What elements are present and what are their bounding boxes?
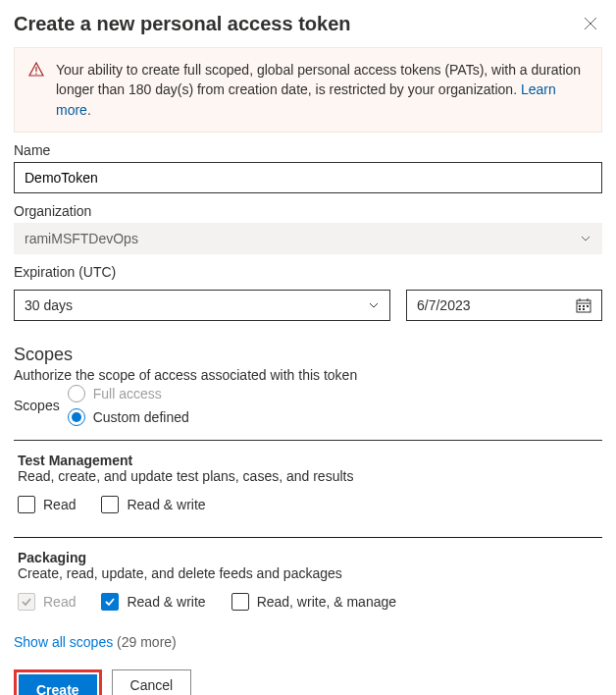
scope-radio-full-label: Full access bbox=[93, 386, 162, 401]
restriction-warning: Your ability to create full scoped, glob… bbox=[14, 47, 602, 133]
expiration-label: Expiration (UTC) bbox=[14, 264, 602, 280]
perm-label: Read & write bbox=[127, 497, 205, 512]
perm-packaging-manage[interactable]: Read, write, & manage bbox=[231, 593, 396, 611]
scope-group-test-management: Test Management Read, create, and update… bbox=[14, 441, 602, 517]
scopes-subtitle: Authorize the scope of access associated… bbox=[14, 367, 602, 383]
chevron-down-icon bbox=[580, 233, 591, 244]
expiration-duration-select[interactable]: 30 days bbox=[14, 290, 390, 321]
show-all-scopes: Show all scopes (29 more) bbox=[14, 634, 602, 650]
warning-icon bbox=[28, 62, 44, 120]
organization-value: ramiMSFTDevOps bbox=[25, 231, 138, 246]
perm-label: Read bbox=[43, 497, 76, 512]
organization-select[interactable]: ramiMSFTDevOps bbox=[14, 223, 602, 254]
scopes-heading: Scopes bbox=[14, 345, 602, 365]
close-icon bbox=[584, 17, 597, 30]
perm-test-readwrite[interactable]: Read & write bbox=[101, 496, 205, 513]
name-label: Name bbox=[14, 142, 602, 158]
scope-group-title: Packaging bbox=[18, 550, 598, 565]
perm-packaging-read: Read bbox=[18, 593, 76, 611]
expiration-duration-value: 30 days bbox=[25, 297, 73, 313]
organization-label: Organization bbox=[14, 203, 602, 219]
show-all-scopes-count: (29 more) bbox=[117, 634, 177, 650]
perm-packaging-readwrite[interactable]: Read & write bbox=[101, 593, 205, 611]
scopes-list[interactable]: Test Management Read, create, and update… bbox=[14, 440, 602, 615]
svg-rect-9 bbox=[579, 308, 581, 310]
name-input[interactable] bbox=[14, 162, 602, 193]
warning-message: Your ability to create full scoped, glob… bbox=[56, 62, 581, 97]
perm-label: Read & write bbox=[127, 594, 205, 610]
expiration-date-input[interactable]: 6/7/2023 bbox=[406, 290, 602, 321]
perm-test-read[interactable]: Read bbox=[18, 496, 76, 513]
scope-radio-custom-label: Custom defined bbox=[93, 409, 189, 425]
chevron-down-icon bbox=[368, 299, 380, 311]
create-button-highlight: Create bbox=[14, 669, 102, 695]
panel-header: Create a new personal access token bbox=[14, 12, 602, 35]
scopes-label: Scopes bbox=[14, 398, 60, 413]
perm-label: Read bbox=[43, 594, 76, 610]
scope-radio-full-access: Full access bbox=[68, 385, 189, 402]
cancel-button[interactable]: Cancel bbox=[112, 669, 192, 695]
svg-rect-6 bbox=[579, 305, 581, 307]
scope-group-title: Test Management bbox=[18, 453, 598, 468]
close-button[interactable] bbox=[579, 12, 602, 35]
create-button[interactable]: Create bbox=[19, 674, 97, 695]
scope-group-packaging: Packaging Create, read, update, and dele… bbox=[14, 537, 602, 615]
svg-rect-10 bbox=[583, 308, 585, 310]
create-pat-panel: Create a new personal access token Your … bbox=[0, 0, 616, 695]
scope-group-desc: Read, create, and update test plans, cas… bbox=[18, 468, 598, 484]
show-all-scopes-link[interactable]: Show all scopes bbox=[14, 634, 113, 650]
panel-title: Create a new personal access token bbox=[14, 13, 351, 35]
scope-radio-custom[interactable]: Custom defined bbox=[68, 408, 189, 426]
svg-rect-8 bbox=[587, 305, 589, 307]
action-buttons: Create Cancel bbox=[14, 669, 602, 695]
svg-point-1 bbox=[35, 73, 37, 75]
expiration-date-value: 6/7/2023 bbox=[417, 297, 471, 313]
calendar-icon bbox=[576, 297, 591, 313]
svg-rect-7 bbox=[583, 305, 585, 307]
perm-label: Read, write, & manage bbox=[257, 594, 396, 610]
scope-group-desc: Create, read, update, and delete feeds a… bbox=[18, 565, 598, 581]
warning-text: Your ability to create full scoped, glob… bbox=[56, 60, 588, 120]
